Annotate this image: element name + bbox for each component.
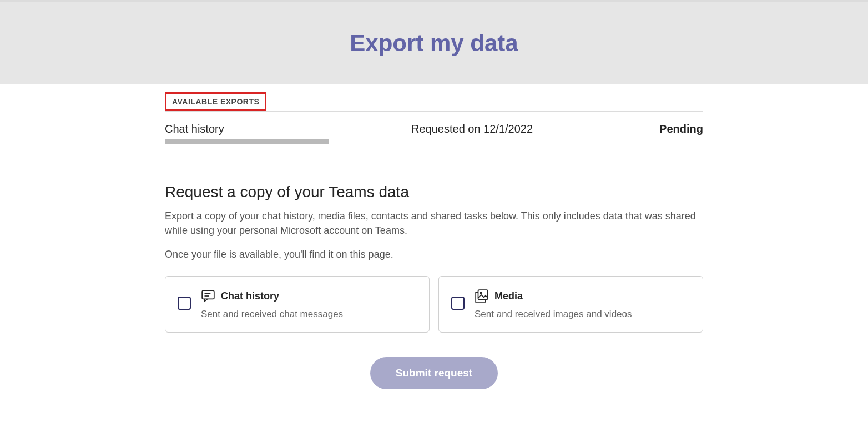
option-description: Sent and received images and videos (475, 309, 632, 320)
option-content: Media Sent and received images and video… (475, 289, 632, 320)
submit-request-button[interactable]: Submit request (370, 357, 498, 389)
submit-container: Submit request (165, 357, 703, 389)
export-row: Chat history Requested on 12/1/2022 Pend… (165, 112, 703, 160)
progress-bar (165, 139, 329, 144)
export-requested-date: Requested on 12/1/2022 (285, 123, 659, 135)
request-section: Request a copy of your Teams data Export… (165, 183, 703, 389)
option-content: Chat history Sent and received chat mess… (201, 289, 343, 320)
svg-rect-3 (478, 290, 488, 299)
request-note: Once your file is available, you'll find… (165, 249, 703, 260)
export-status: Pending (659, 123, 703, 135)
header-banner: Export my data (0, 0, 868, 84)
option-description: Sent and received chat messages (201, 309, 343, 320)
option-header: Chat history (201, 289, 343, 303)
option-title: Media (494, 290, 523, 302)
request-description: Export a copy of your chat history, medi… (165, 209, 703, 238)
media-icon (475, 289, 489, 303)
main-content: AVAILABLE EXPORTS Chat history Requested… (159, 84, 709, 389)
option-card-chat-history[interactable]: Chat history Sent and received chat mess… (165, 276, 430, 333)
option-title: Chat history (221, 290, 279, 302)
option-cards: Chat history Sent and received chat mess… (165, 276, 703, 333)
chat-icon (201, 289, 215, 303)
option-card-media[interactable]: Media Sent and received images and video… (438, 276, 703, 333)
request-heading: Request a copy of your Teams data (165, 183, 703, 201)
page-title: Export my data (0, 30, 868, 57)
option-header: Media (475, 289, 632, 303)
checkbox-chat-history[interactable] (178, 297, 191, 310)
checkbox-media[interactable] (451, 297, 465, 310)
svg-rect-0 (202, 290, 214, 299)
tab-available-exports[interactable]: AVAILABLE EXPORTS (165, 92, 266, 111)
svg-point-4 (480, 292, 482, 294)
